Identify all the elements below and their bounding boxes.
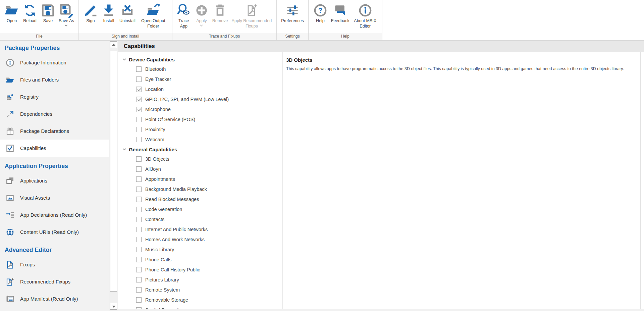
capability-row[interactable]: Spatial Perception: [118, 305, 282, 309]
capability-checkbox[interactable]: [136, 207, 142, 212]
capability-row[interactable]: Microphone: [118, 104, 282, 114]
capability-label: Pictures Library: [145, 277, 179, 282]
capability-checkbox[interactable]: [136, 197, 142, 202]
capability-checkbox[interactable]: [136, 257, 142, 262]
capability-row[interactable]: Remote System: [118, 285, 282, 295]
capability-checkbox[interactable]: [136, 217, 142, 222]
capability-row[interactable]: Location: [118, 84, 282, 94]
reload-button[interactable]: Reload: [21, 2, 39, 24]
main-panel: Capabilities Device CapabilitiesBluetoot…: [118, 41, 644, 311]
capability-checkbox[interactable]: [136, 97, 142, 102]
install-arrow-icon: [101, 2, 116, 18]
save-button[interactable]: Save: [39, 2, 57, 24]
feedback-button[interactable]: Feedback: [329, 2, 351, 24]
capability-row[interactable]: Proximity: [118, 124, 282, 135]
capability-row[interactable]: GPIO, I2C, SPI, and PWM (Low Level): [118, 94, 282, 104]
install-button[interactable]: Install: [100, 2, 118, 24]
preferences-button[interactable]: Preferences: [279, 2, 305, 24]
capability-row[interactable]: Read Blocked Messages: [118, 194, 282, 204]
tree-group-header[interactable]: Device Capabilities: [118, 55, 282, 64]
capability-row[interactable]: Appointments: [118, 174, 282, 184]
capability-checkbox[interactable]: [136, 117, 142, 122]
sidebar-item-label: Content URIs (Read Only): [20, 229, 79, 235]
remove-button[interactable]: Remove: [211, 2, 230, 24]
capability-checkbox[interactable]: [136, 187, 142, 192]
tree-group-header[interactable]: General Capabilities: [118, 145, 282, 154]
capability-row[interactable]: Contacts: [118, 214, 282, 224]
dependencies-arrow-icon: [5, 109, 15, 119]
capability-row[interactable]: AllJoyn: [118, 164, 282, 174]
apply-recommended-fixups-button[interactable]: Apply Recommended Fixups: [229, 2, 274, 29]
capability-row[interactable]: Code Generation: [118, 204, 282, 214]
open-output-folder-button[interactable]: Open Output Folder: [137, 2, 169, 29]
sidebar-item-recommended-fixups[interactable]: Recommended Fixups: [0, 273, 109, 290]
capability-row[interactable]: Homes And Work Networks: [118, 235, 282, 245]
capability-checkbox[interactable]: [136, 176, 142, 182]
sidebar-item-visual-assets[interactable]: Visual Assets: [0, 189, 109, 206]
sidebar-item-package-information[interactable]: Package Information: [0, 54, 109, 71]
capability-row[interactable]: Point Of Service (POS): [118, 114, 282, 124]
sidebar-item-content-uris[interactable]: Content URIs (Read Only): [0, 223, 109, 241]
capability-row[interactable]: Music Library: [118, 245, 282, 255]
capability-row[interactable]: Webcam: [118, 135, 282, 145]
sidebar-item-applications[interactable]: Applications: [0, 172, 109, 189]
capability-row[interactable]: Bluetooth: [118, 64, 282, 74]
detail-scrollbar-track[interactable]: [640, 52, 644, 309]
capability-row[interactable]: Background Media Playback: [118, 184, 282, 194]
help-button[interactable]: ? Help: [311, 2, 329, 24]
capability-checkbox[interactable]: [136, 76, 142, 82]
capability-checkbox[interactable]: [136, 277, 142, 282]
sidebar-item-app-manifest[interactable]: App Manifest (Read Only): [0, 290, 109, 307]
about-msix-editor-button[interactable]: About MSIX Editor: [351, 2, 379, 29]
capability-row[interactable]: Internet And Public Networks: [118, 224, 282, 235]
capability-label: Read Blocked Messages: [145, 197, 199, 202]
apply-dropdown-chevron-icon[interactable]: [200, 24, 203, 28]
install-button-label: Install: [103, 18, 114, 24]
capability-checkbox[interactable]: [136, 267, 142, 272]
sidebar-item-label: Registry: [20, 94, 39, 100]
sign-button[interactable]: Sign: [82, 2, 100, 24]
sidebar-item-app-declarations[interactable]: App Declarations (Read Only): [0, 206, 109, 223]
capability-checkbox[interactable]: [136, 307, 142, 309]
capability-checkbox[interactable]: [136, 227, 142, 232]
capability-row[interactable]: Eye Tracker: [118, 74, 282, 84]
capability-checkbox[interactable]: [136, 107, 142, 112]
about-info-icon: [358, 2, 373, 18]
capability-checkbox[interactable]: [136, 237, 142, 242]
uninstall-button[interactable]: Uninstall: [118, 2, 137, 24]
sidebar-item-label: Visual Assets: [20, 195, 50, 201]
capability-checkbox[interactable]: [136, 66, 142, 72]
trace-app-button[interactable]: Trace App: [175, 2, 193, 29]
open-button[interactable]: Open: [3, 2, 21, 24]
scroll-up-button[interactable]: [110, 41, 117, 48]
capability-checkbox[interactable]: [136, 287, 142, 293]
tree-group-label: General Capabilities: [129, 147, 177, 152]
capability-row[interactable]: Phone Call History Public: [118, 265, 282, 275]
apply-button[interactable]: Apply: [193, 2, 211, 28]
horizontal-scrollbar-track[interactable]: [118, 309, 644, 311]
save-as-dropdown-chevron-icon[interactable]: [65, 24, 68, 28]
capability-checkbox[interactable]: [136, 127, 142, 132]
capability-checkbox[interactable]: [136, 166, 142, 172]
capability-row[interactable]: Phone Calls: [118, 255, 282, 265]
save-as-button-label: Save As: [59, 18, 74, 24]
sidebar-item-dependencies[interactable]: Dependencies: [0, 105, 109, 122]
scrollbar-thumb[interactable]: [110, 51, 117, 292]
sidebar-item-capabilities[interactable]: Capabilities: [0, 140, 109, 157]
scroll-down-button[interactable]: [110, 303, 117, 310]
sidebar-item-registry[interactable]: Registry: [0, 88, 109, 105]
sidebar-item-package-declarations[interactable]: Package Declarations: [0, 122, 109, 140]
capability-row[interactable]: Pictures Library: [118, 275, 282, 285]
capability-row[interactable]: 3D Objects: [118, 154, 282, 164]
capability-checkbox[interactable]: [136, 137, 142, 142]
capability-checkbox[interactable]: [136, 156, 142, 162]
capability-checkbox[interactable]: [136, 297, 142, 303]
capability-row[interactable]: Removable Storage: [118, 295, 282, 305]
capability-checkbox[interactable]: [136, 87, 142, 92]
capability-checkbox[interactable]: [136, 247, 142, 252]
capability-label: Point Of Service (POS): [145, 117, 195, 122]
sidebar-item-files-and-folders[interactable]: Files and Folders: [0, 71, 109, 88]
sidebar-scrollbar[interactable]: [109, 41, 118, 311]
save-as-button[interactable]: Save As: [57, 2, 76, 28]
sidebar-item-fixups[interactable]: Fixups: [0, 256, 109, 273]
